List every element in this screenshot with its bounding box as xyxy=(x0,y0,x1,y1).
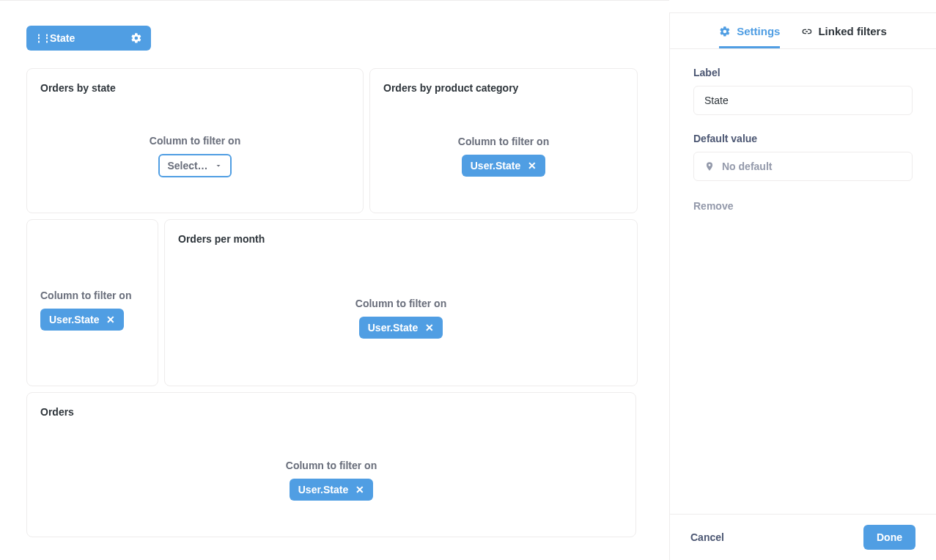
panel-tabs: Settings Linked filters xyxy=(670,13,936,48)
card-untitled: Column to filter on User.State ✕ xyxy=(26,219,158,386)
pill-label: User.State xyxy=(368,322,418,334)
card-orders-by-state: Orders by state Column to filter on Sele… xyxy=(26,68,364,213)
column-filter-label: Column to filter on xyxy=(150,135,240,147)
gear-icon xyxy=(719,26,731,37)
tab-label: Settings xyxy=(737,25,780,37)
default-value-placeholder: No default xyxy=(722,161,772,172)
panel-footer: Cancel Done xyxy=(670,514,936,560)
column-filter-label: Column to filter on xyxy=(458,136,549,147)
card-orders-per-month: Orders per month Column to filter on Use… xyxy=(164,219,638,386)
default-value-label: Default value xyxy=(693,133,913,144)
column-pill-user-state[interactable]: User.State ✕ xyxy=(40,309,124,331)
pill-label: User.State xyxy=(471,160,520,172)
remove-filter-link[interactable]: Remove xyxy=(693,200,913,212)
filter-chip-state[interactable]: State xyxy=(26,26,151,51)
close-icon[interactable]: ✕ xyxy=(528,161,537,171)
column-filter-label: Column to filter on xyxy=(286,460,377,471)
pill-label: User.State xyxy=(298,484,348,495)
cancel-button[interactable]: Cancel xyxy=(690,531,724,543)
tab-linked-filters[interactable]: Linked filters xyxy=(800,25,886,48)
select-label: Select… xyxy=(167,160,207,172)
column-pill-user-state[interactable]: User.State ✕ xyxy=(359,317,443,339)
card-title: Orders xyxy=(40,406,622,418)
pin-icon xyxy=(704,161,715,172)
label-field-label: Label xyxy=(693,67,913,78)
pill-label: User.State xyxy=(49,314,99,325)
card-title: Orders by product category xyxy=(383,82,624,94)
filter-chip-label: State xyxy=(50,32,75,44)
done-button[interactable]: Done xyxy=(863,525,915,550)
chevron-down-icon xyxy=(214,161,223,170)
select-column-button[interactable]: Select… xyxy=(158,154,231,177)
tab-settings[interactable]: Settings xyxy=(719,25,780,48)
card-orders-by-product-category: Orders by product category Column to fil… xyxy=(369,68,638,213)
column-filter-label: Column to filter on xyxy=(40,290,131,301)
settings-panel: Settings Linked filters Label Default va… xyxy=(669,12,936,560)
close-icon[interactable]: ✕ xyxy=(355,485,364,495)
dashboard-canvas: State Orders by state Column to filter o… xyxy=(0,0,669,560)
link-icon xyxy=(800,26,812,37)
tab-label: Linked filters xyxy=(818,25,886,37)
close-icon[interactable]: ✕ xyxy=(106,314,115,325)
column-filter-label: Column to filter on xyxy=(355,298,446,309)
card-title: Orders per month xyxy=(178,233,624,245)
label-input[interactable] xyxy=(693,86,913,115)
column-pill-user-state[interactable]: User.State ✕ xyxy=(290,479,373,501)
drag-handle-icon[interactable] xyxy=(35,33,43,43)
close-icon[interactable]: ✕ xyxy=(425,323,434,333)
column-pill-user-state[interactable]: User.State ✕ xyxy=(462,155,545,177)
card-title: Orders by state xyxy=(40,82,350,94)
gear-icon[interactable] xyxy=(130,32,142,44)
card-orders: Orders Column to filter on User.State ✕ xyxy=(26,392,636,537)
default-value-input[interactable]: No default xyxy=(693,152,913,181)
